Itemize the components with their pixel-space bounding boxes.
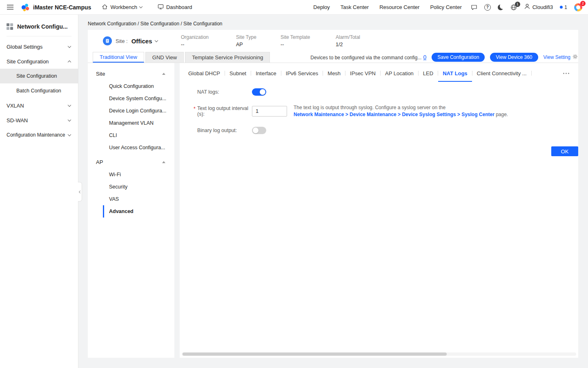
nav-resource-center[interactable]: Resource Center: [379, 4, 419, 10]
sidebar-item-configuration-maintenance[interactable]: Configuration Maintenance: [0, 128, 78, 142]
tab-gnd-view[interactable]: GND View: [145, 52, 184, 63]
interval-helper-text: The text log is output through syslog. C…: [294, 104, 508, 118]
tab-ap-location[interactable]: AP Location: [381, 65, 418, 82]
nav-workbench[interactable]: Workbench: [102, 4, 142, 11]
ok-button[interactable]: OK: [551, 146, 578, 156]
config-item-advanced[interactable]: Advanced: [103, 205, 174, 218]
chevron-down-icon: [68, 44, 71, 47]
nat-logs-label: NAT logs:: [197, 89, 252, 95]
username: Cloudifi3: [532, 4, 553, 10]
config-item-cli[interactable]: CLI: [103, 129, 174, 141]
alarm-summary-donut-icon[interactable]: 2: [574, 3, 582, 11]
config-item-management-vlan[interactable]: Management VLAN: [103, 117, 174, 129]
chevron-down-icon: [68, 132, 71, 136]
required-mark: *: [194, 106, 196, 112]
tab-client-connectivity[interactable]: Client Connectivity ...: [472, 65, 531, 82]
collapse-triangle-icon: [162, 73, 165, 75]
site-field-organization: Organization --: [181, 34, 236, 47]
tab-divider: [531, 71, 532, 76]
config-item-vas[interactable]: VAS: [103, 193, 174, 205]
collapse-triangle-icon: [162, 161, 165, 163]
language-globe-icon[interactable]: 1: [510, 4, 517, 11]
tab-ipsec-vpn[interactable]: IPsec VPN: [345, 65, 380, 82]
tab-subnet[interactable]: Subnet: [225, 65, 251, 82]
sidebar-item-sd-wan[interactable]: SD-WAN: [0, 113, 78, 128]
sidebar-subitem-site-configuration[interactable]: Site Configuration: [0, 69, 78, 83]
chevron-down-icon: [139, 5, 143, 8]
nav-task-center[interactable]: Task Center: [341, 4, 369, 10]
interval-row: * Text log output interval (s): The text…: [197, 104, 578, 118]
sidebar: Network Configu... Global Settings Site …: [0, 15, 78, 368]
config-nav: Site Quick Configuration Device System C…: [88, 63, 174, 358]
brand-name: iMaster NCE-Campus: [33, 4, 91, 11]
dark-mode-moon-icon[interactable]: [498, 4, 503, 10]
content-card: Site : Offices Organization -- Site Type…: [88, 30, 578, 368]
tab-interface[interactable]: Interface: [251, 65, 281, 82]
sidebar-item-global-settings[interactable]: Global Settings: [0, 39, 78, 54]
topbar-links: Deploy Task Center Resource Center Polic…: [313, 4, 461, 10]
feedback-chat-icon[interactable]: [471, 4, 477, 11]
nav-deploy[interactable]: Deploy: [313, 4, 330, 10]
tab-ipv6-services[interactable]: IPv6 Services: [281, 65, 323, 82]
config-group-ap[interactable]: AP: [88, 155, 174, 168]
config-item-wifi[interactable]: Wi-Fi: [103, 168, 174, 181]
sidebar-title: Network Configu...: [0, 15, 78, 36]
config-item-security[interactable]: Security: [103, 181, 174, 193]
nav-dashboard-label: Dashboard: [166, 4, 192, 10]
site-field-alarm-total: Alarm/Total 1/2: [336, 34, 360, 47]
tab-template-service-provisioning[interactable]: Template Service Provisioning: [185, 52, 270, 63]
save-configuration-button[interactable]: Save Configuration: [432, 53, 485, 62]
sidebar-collapse-handle[interactable]: [78, 182, 82, 202]
dashboard-icon: [158, 4, 164, 11]
syslog-center-link[interactable]: Network Maintenance > Device Maintenance…: [294, 112, 494, 117]
notification-badge: 1: [515, 2, 520, 7]
sidebar-subitem-batch-configuration[interactable]: Batch Configuration: [0, 83, 78, 98]
tab-mesh[interactable]: Mesh: [323, 65, 345, 82]
chevron-down-icon: [155, 38, 158, 42]
site-selector[interactable]: Offices: [131, 38, 158, 45]
config-item-user-access-configuration[interactable]: User Access Configura...: [103, 141, 174, 154]
content-row: Site Quick Configuration Device System C…: [88, 63, 578, 358]
horizontal-scrollbar-thumb[interactable]: [183, 352, 447, 356]
brand-logo-icon: [20, 3, 30, 12]
site-icon: [103, 36, 112, 45]
sidebar-item-site-configuration[interactable]: Site Configuration: [0, 54, 78, 69]
status-indicator[interactable]: 1: [560, 4, 567, 10]
tab-global-dhcp[interactable]: Global DHCP: [184, 65, 225, 82]
config-item-device-system-configuration[interactable]: Device System Configu...: [103, 92, 174, 105]
view-device-360-button[interactable]: View Device 360: [490, 53, 538, 62]
tab-nat-logs[interactable]: NAT Logs: [438, 65, 472, 82]
help-icon[interactable]: [484, 4, 491, 11]
config-item-quick-configuration[interactable]: Quick Configuration: [103, 80, 174, 92]
status-count: 1: [564, 4, 567, 10]
site-block: Site : Offices: [103, 36, 181, 45]
devices-note: Devices to be configured via the command…: [310, 54, 426, 61]
header-toolbar: Devices to be configured via the command…: [310, 52, 578, 63]
binary-log-toggle[interactable]: [252, 127, 266, 134]
hamburger-menu-icon[interactable]: [7, 4, 14, 10]
site-label: Site :: [116, 38, 128, 44]
binary-log-row: Binary log output:: [197, 127, 578, 134]
chevron-down-icon: [68, 103, 71, 106]
user-menu[interactable]: Cloudifi3: [524, 3, 553, 11]
config-group-site[interactable]: Site: [88, 67, 174, 80]
nav-policy-center[interactable]: Policy Center: [430, 4, 461, 10]
nat-logs-form: NAT logs: * Text log output interval (s)…: [180, 82, 578, 134]
main-area: Network Configuration / Site Configurati…: [78, 15, 588, 368]
sidebar-item-vxlan[interactable]: VXLAN: [0, 98, 78, 113]
nat-logs-toggle[interactable]: [252, 88, 266, 96]
top-bar: iMaster NCE-Campus Workbench Dashboard D…: [0, 0, 588, 15]
sidebar-divider: [7, 36, 71, 36]
tab-traditional-view[interactable]: Traditional View: [93, 52, 144, 63]
breadcrumb: Network Configuration / Site Configurati…: [78, 15, 588, 30]
view-setting-link[interactable]: View Setting: [543, 54, 578, 61]
config-item-device-login-configuration[interactable]: Device Login Configura...: [103, 105, 174, 117]
more-tabs-ellipsis-icon[interactable]: [560, 73, 572, 74]
chevron-down-icon: [68, 118, 71, 121]
site-field-site-type: Site Type AP: [236, 34, 281, 47]
tab-led[interactable]: LED: [419, 65, 438, 82]
settings-panel: Global DHCP Subnet Interface IPv6 Servic…: [180, 63, 578, 358]
devices-count-link[interactable]: 0: [423, 54, 426, 61]
nav-dashboard[interactable]: Dashboard: [158, 4, 192, 11]
interval-input[interactable]: [252, 106, 287, 117]
